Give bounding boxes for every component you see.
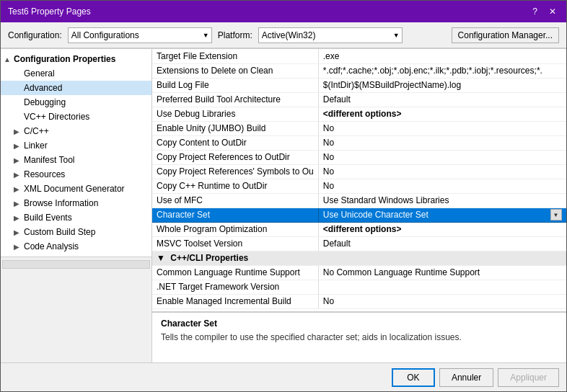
table-row[interactable]: Target File Extension .exe [152, 49, 566, 63]
apply-button[interactable]: Appliquer [498, 368, 559, 387]
property-pages-window: Test6 Property Pages ? ✕ Configuration: … [0, 0, 567, 392]
tree-item-debugging[interactable]: Debugging [1, 95, 151, 110]
properties-table: Target File Extension .exe Extensions to… [152, 49, 566, 312]
prop-value: *.cdf;*.cache;*.obj;*.obj.enc;*.ilk;*.pd… [318, 63, 566, 78]
expand-icon: ▶ [14, 142, 24, 150]
table-row[interactable]: Enable Unity (JUMBO) Build No [152, 121, 566, 135]
title-bar-controls: ? ✕ [529, 6, 559, 17]
expand-icon: ▶ [14, 200, 24, 208]
prop-name: Preferred Build Tool Architecture [152, 92, 318, 107]
tree-item-vc-directories[interactable]: VC++ Directories [1, 110, 151, 124]
cancel-button[interactable]: Annuler [439, 368, 493, 387]
table-row[interactable]: Extensions to Delete on Clean *.cdf;*.ca… [152, 63, 566, 78]
tree-item-custom-build-step[interactable]: ▶ Custom Build Step [1, 225, 151, 239]
expand-icon: ▶ [14, 243, 24, 251]
prop-value: No Common Language Runtime Support [318, 265, 566, 280]
platform-select[interactable]: Active(Win32) [258, 27, 403, 43]
close-button[interactable]: ✕ [546, 6, 559, 17]
prop-name: Copy Project References' Symbols to Ou [152, 164, 318, 179]
prop-name: Character Set [152, 208, 318, 222]
tree-item-label: Resources [24, 169, 149, 179]
table-row[interactable]: Build Log File $(IntDir)$(MSBuildProject… [152, 78, 566, 92]
table-row[interactable]: Enable Managed Incremental Build No [152, 294, 566, 308]
title-bar: Test6 Property Pages ? ✕ [1, 1, 566, 22]
props-grid: Target File Extension .exe Extensions to… [152, 49, 566, 309]
ok-button[interactable]: OK [392, 368, 435, 387]
config-select-wrapper: All Configurations [68, 27, 212, 43]
tree-item-label: General [24, 68, 149, 79]
tree-item-browse-information[interactable]: ▶ Browse Information [1, 196, 151, 210]
tree-item-label: Build Events [24, 213, 149, 223]
section-label: ▼ C++/CLI Properties [152, 251, 566, 265]
table-row[interactable]: Copy Content to OutDir No [152, 135, 566, 150]
prop-name: Use Debug Libraries [152, 107, 318, 121]
left-panel-scrollbar-area [1, 257, 151, 271]
prop-value [318, 280, 566, 294]
tree-item-label: Code Analysis [24, 241, 149, 251]
prop-value: No [318, 121, 566, 135]
table-row[interactable]: Use of MFC Use Standard Windows Librarie… [152, 193, 566, 208]
expand-icon: ▶ [14, 185, 24, 193]
prop-value: No [318, 150, 566, 164]
prop-value: Default [318, 92, 566, 107]
expand-icon: ▲ [4, 55, 14, 63]
table-row[interactable]: Common Language Runtime Support No Commo… [152, 265, 566, 280]
expand-icon: ▶ [14, 171, 24, 179]
platform-label: Platform: [218, 30, 252, 40]
config-manager-button[interactable]: Configuration Manager... [452, 27, 559, 43]
section-header-cpp-cli[interactable]: ▼ C++/CLI Properties [152, 251, 566, 265]
tree-item-label: C/C++ [24, 126, 149, 136]
tree-item-label: Custom Build Step [24, 227, 149, 237]
table-row[interactable]: MSVC Toolset Version Default [152, 236, 566, 251]
table-row[interactable]: Use Debug Libraries <different options> [152, 107, 566, 121]
prop-value: $(IntDir)$(MSBuildProjectName).log [318, 78, 566, 92]
expand-icon: ▶ [14, 228, 24, 236]
left-panel: ▲ Configuration Properties General Advan… [1, 49, 152, 257]
prop-name: Common Language Runtime Support [152, 265, 318, 280]
right-panel: Target File Extension .exe Extensions to… [152, 49, 566, 362]
expand-icon: ▶ [14, 214, 24, 222]
description-title: Character Set [161, 318, 558, 329]
tree-item-advanced[interactable]: Advanced [1, 81, 151, 95]
table-row[interactable]: .NET Target Framework Version [152, 280, 566, 294]
prop-name: Copy C++ Runtime to OutDir [152, 179, 318, 193]
tree-item-resources[interactable]: ▶ Resources [1, 167, 151, 182]
table-row[interactable]: Copy C++ Runtime to OutDir No [152, 179, 566, 193]
tree-item-general[interactable]: General [1, 66, 151, 81]
prop-name: Extensions to Delete on Clean [152, 63, 318, 78]
prop-value: No [318, 164, 566, 179]
prop-value: No [318, 135, 566, 150]
tree-item-code-analysis[interactable]: ▶ Code Analysis [1, 239, 151, 254]
config-select[interactable]: All Configurations [68, 27, 212, 43]
expand-icon: ▶ [14, 128, 24, 135]
tree-item-linker[interactable]: ▶ Linker [1, 138, 151, 153]
tree-item-label: Configuration Properties [14, 54, 149, 64]
prop-name: Whole Program Optimization [152, 222, 318, 236]
help-button[interactable]: ? [529, 6, 540, 17]
table-row[interactable]: Preferred Build Tool Architecture Defaul… [152, 92, 566, 107]
prop-value: Use Unicode Character Set ▼ [318, 208, 566, 222]
prop-name: Use of MFC [152, 193, 318, 208]
expand-icon: ▶ [14, 156, 24, 164]
tree-item-config-properties[interactable]: ▲ Configuration Properties [1, 52, 151, 66]
description-panel: Character Set Tells the compiler to use … [152, 312, 566, 362]
tree-item-label: XML Document Generator [24, 184, 149, 194]
prop-name: Copy Content to OutDir [152, 135, 318, 150]
table-row[interactable]: Copy Project References to OutDir No [152, 150, 566, 164]
prop-value: No [318, 294, 566, 308]
prop-name: Copy Project References to OutDir [152, 150, 318, 164]
dropdown-arrow-icon[interactable]: ▼ [550, 209, 562, 220]
tree-item-label: VC++ Directories [24, 112, 149, 122]
horizontal-scrollbar[interactable] [2, 260, 150, 269]
tree-item-build-events[interactable]: ▶ Build Events [1, 210, 151, 225]
tree-item-manifest-tool[interactable]: ▶ Manifest Tool [1, 153, 151, 167]
table-row-selected[interactable]: Character Set Use Unicode Character Set … [152, 208, 566, 222]
table-row[interactable]: Whole Program Optimization <different op… [152, 222, 566, 236]
window-title: Test6 Property Pages [8, 6, 91, 17]
section-expand-icon: ▼ [157, 253, 165, 263]
tree-item-cpp[interactable]: ▶ C/C++ [1, 124, 151, 138]
tree-item-xml-doc-generator[interactable]: ▶ XML Document Generator [1, 182, 151, 196]
table-row[interactable]: Copy Project References' Symbols to Ou N… [152, 164, 566, 179]
tree-item-label: Manifest Tool [24, 155, 149, 165]
main-content: ▲ Configuration Properties General Advan… [1, 48, 566, 362]
